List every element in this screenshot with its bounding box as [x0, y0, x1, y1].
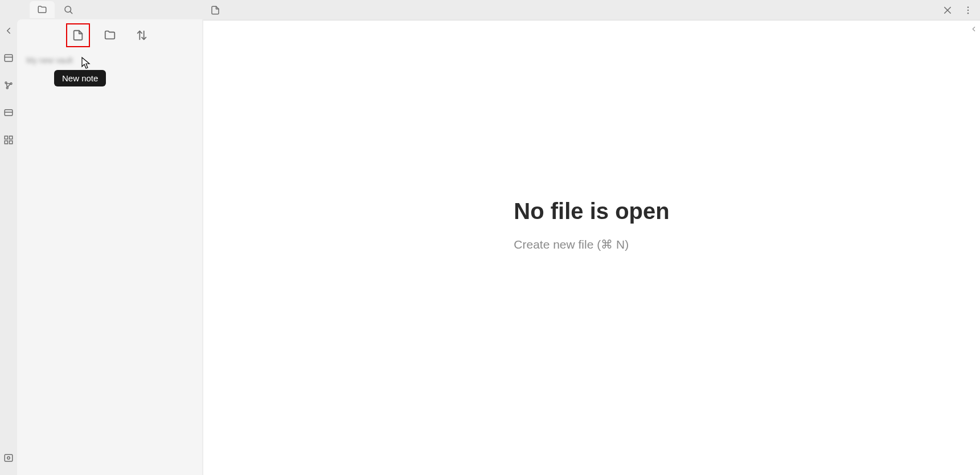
svg-point-15	[7, 457, 10, 460]
sidebar: My new vault New note	[17, 0, 202, 475]
vault-icon[interactable]	[3, 452, 14, 464]
svg-point-22	[967, 13, 969, 14]
new-tab-icon[interactable]	[210, 5, 220, 15]
vault-name: My new vault	[17, 51, 202, 69]
svg-point-21	[967, 9, 969, 10]
sidebar-content: My new vault New note	[17, 19, 202, 475]
new-note-button[interactable]	[66, 23, 90, 47]
left-ribbon	[0, 0, 17, 475]
svg-line-7	[8, 84, 11, 87]
canvas-icon[interactable]	[3, 107, 14, 118]
svg-point-20	[967, 6, 969, 7]
svg-line-6	[6, 84, 7, 87]
empty-state: No file is open Create new file (⌘ N)	[514, 199, 669, 251]
editor-tabbar	[203, 0, 980, 20]
new-folder-button[interactable]	[99, 24, 121, 46]
empty-state-title: No file is open	[514, 199, 669, 224]
files-tab[interactable]	[30, 1, 55, 18]
search-tab[interactable]	[56, 1, 81, 18]
graph-view-icon[interactable]	[3, 80, 14, 91]
svg-line-17	[70, 11, 72, 13]
svg-rect-11	[10, 136, 13, 139]
collapse-right-icon[interactable]	[970, 25, 978, 35]
editor-content: No file is open Create new file (⌘ N)	[203, 20, 980, 475]
sidebar-tabs	[17, 0, 202, 19]
svg-rect-12	[5, 141, 7, 144]
command-palette-icon[interactable]	[3, 134, 14, 146]
collapse-left-icon[interactable]	[3, 25, 14, 36]
svg-rect-0	[5, 55, 13, 61]
close-tab-icon[interactable]	[942, 5, 953, 15]
main-editor-area: No file is open Create new file (⌘ N)	[203, 0, 980, 475]
svg-rect-14	[5, 455, 13, 461]
svg-rect-10	[5, 136, 7, 139]
quick-switcher-icon[interactable]	[3, 52, 14, 64]
new-note-tooltip: New note	[54, 70, 106, 86]
more-options-icon[interactable]	[963, 5, 973, 15]
empty-state-subtitle[interactable]: Create new file (⌘ N)	[514, 238, 669, 251]
svg-rect-13	[10, 141, 13, 144]
sidebar-toolbar	[17, 19, 202, 51]
sort-button[interactable]	[131, 24, 153, 46]
